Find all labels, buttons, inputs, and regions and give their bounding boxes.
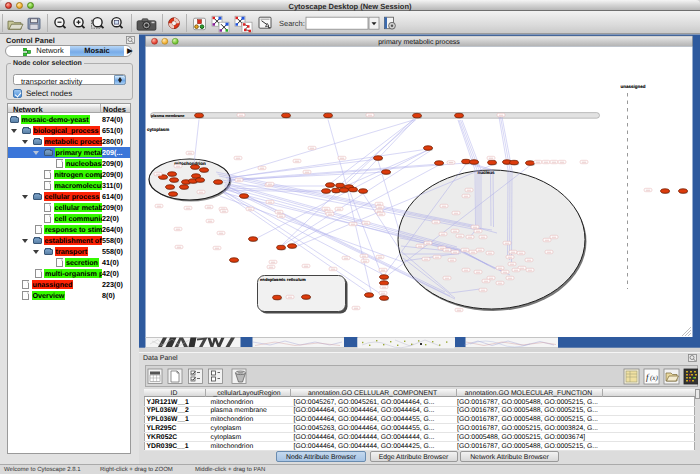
svg-text:unassigned: unassigned xyxy=(620,84,645,89)
svg-text:primary metabolic process: primary metabolic process xyxy=(378,38,460,46)
svg-text:endoplasmic reticulum: endoplasmic reticulum xyxy=(260,277,306,282)
svg-text:cytoplasm: cytoplasm xyxy=(147,127,169,132)
svg-text:plasma membrane: plasma membrane xyxy=(151,114,184,118)
svg-text:(x): (x) xyxy=(650,374,658,382)
svg-text:nucleus: nucleus xyxy=(477,170,495,175)
svg-text:Search:: Search: xyxy=(279,19,305,28)
